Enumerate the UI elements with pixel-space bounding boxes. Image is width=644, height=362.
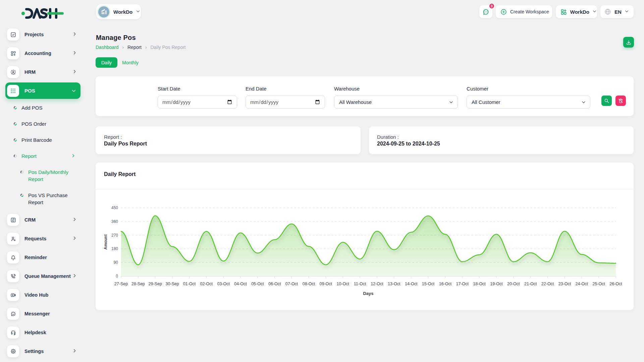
svg-text:24-Oct: 24-Oct [576, 282, 588, 286]
svg-text:11-Oct: 11-Oct [354, 282, 366, 286]
svg-text:10-Oct: 10-Oct [336, 282, 349, 286]
svg-text:180: 180 [111, 246, 118, 251]
svg-text:07-Oct: 07-Oct [285, 282, 298, 286]
svg-text:18-Oct: 18-Oct [473, 282, 486, 286]
svg-text:14-Oct: 14-Oct [405, 282, 418, 286]
svg-text:02-Oct: 02-Oct [200, 282, 213, 286]
svg-text:13-Oct: 13-Oct [388, 282, 400, 286]
svg-text:28-Sep: 28-Sep [131, 282, 145, 286]
svg-text:01-Oct: 01-Oct [183, 282, 196, 286]
svg-text:17-Oct: 17-Oct [456, 282, 469, 286]
svg-text:20-Oct: 20-Oct [507, 282, 520, 286]
svg-text:30-Sep: 30-Sep [165, 282, 179, 286]
svg-text:03-Oct: 03-Oct [217, 282, 230, 286]
svg-text:360: 360 [111, 219, 118, 224]
svg-text:29-Sep: 29-Sep [149, 282, 162, 286]
svg-text:26-Oct: 26-Oct [609, 282, 622, 286]
svg-text:Amount: Amount [103, 234, 108, 249]
svg-text:23-Oct: 23-Oct [558, 282, 571, 286]
svg-text:05-Oct: 05-Oct [251, 282, 264, 286]
svg-text:08-Oct: 08-Oct [303, 282, 315, 286]
svg-text:25-Oct: 25-Oct [592, 282, 605, 286]
svg-text:12-Oct: 12-Oct [371, 282, 383, 286]
svg-text:04-Oct: 04-Oct [234, 282, 247, 286]
svg-text:16-Oct: 16-Oct [439, 282, 452, 286]
svg-text:90: 90 [114, 260, 118, 265]
svg-text:Days: Days [363, 291, 373, 296]
svg-text:19-Oct: 19-Oct [490, 282, 503, 286]
svg-text:06-Oct: 06-Oct [268, 282, 281, 286]
svg-text:27-Sep: 27-Sep [114, 282, 128, 286]
svg-text:21-Oct: 21-Oct [524, 282, 537, 286]
svg-text:270: 270 [111, 233, 118, 238]
svg-text:15-Oct: 15-Oct [422, 282, 435, 286]
svg-text:22-Oct: 22-Oct [541, 282, 554, 286]
svg-text:0: 0 [116, 274, 118, 279]
svg-text:450: 450 [111, 205, 118, 210]
svg-text:09-Oct: 09-Oct [320, 282, 332, 286]
